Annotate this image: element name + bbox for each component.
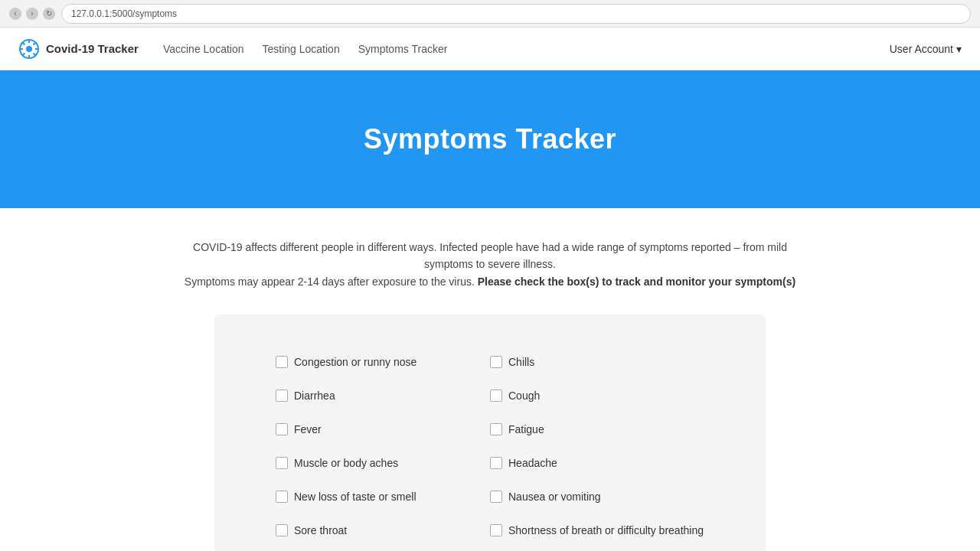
checkbox-muscle-aches[interactable] [276,457,288,469]
checkbox-diarrhea[interactable] [276,390,288,402]
navbar-right: User Account ▾ [890,43,962,55]
reload-button[interactable]: ↻ [43,8,55,20]
list-item: Headache [490,446,704,480]
symptom-label-cough: Cough [508,390,540,402]
list-item: Muscle or body aches [276,446,490,480]
checkbox-congestion[interactable] [276,356,288,368]
description-line2-bold: Please check the box(s) to track and mon… [478,276,795,288]
nav-testing-location[interactable]: Testing Location [263,43,340,55]
checkbox-shortness-breath[interactable] [490,524,502,536]
list-item: Fatigue [490,412,704,446]
user-account-menu[interactable]: User Account ▾ [890,43,962,55]
navbar: Covid-19 Tracker Vaccine Location Testin… [0,28,980,70]
symptoms-grid: Congestion or runny nose Diarrhea Fever … [276,345,704,547]
checkbox-cough[interactable] [490,390,502,402]
symptom-label-muscle-aches: Muscle or body aches [294,457,398,469]
brand-label: Covid-19 Tracker [46,42,139,55]
svg-point-1 [26,46,32,52]
list-item: Fever [276,412,490,446]
symptom-label-diarrhea: Diarrhea [294,390,335,402]
symptom-label-fatigue: Fatigue [508,423,544,435]
browser-bar: ‹ › ↻ 127.0.0.1:5000/symptoms [0,0,980,28]
checkbox-taste-smell[interactable] [276,491,288,503]
symptoms-card: Congestion or runny nose Diarrhea Fever … [214,315,766,551]
back-button[interactable]: ‹ [9,8,21,20]
symptom-label-chills: Chills [508,356,534,368]
main-content: COVID-19 affects different people in dif… [0,208,980,551]
dropdown-arrow-icon: ▾ [956,43,962,55]
list-item: New loss of taste or smell [276,480,490,514]
description-text: COVID-19 affects different people in dif… [176,239,804,290]
list-item: Congestion or runny nose [276,345,490,379]
forward-button[interactable]: › [26,8,38,20]
symptom-label-headache: Headache [508,457,557,469]
address-bar[interactable]: 127.0.0.1:5000/symptoms [61,4,971,24]
navbar-left: Covid-19 Tracker Vaccine Location Testin… [18,38,447,60]
symptom-label-nausea: Nausea or vomiting [508,491,601,503]
checkbox-chills[interactable] [490,356,502,368]
description-line2-prefix: Symptoms may appear 2-14 days after expo… [185,276,475,288]
symptom-label-taste-smell: New loss of taste or smell [294,491,416,503]
symptom-label-sore-throat: Sore throat [294,524,347,536]
symptom-label-shortness-breath: Shortness of breath or difficulty breath… [508,524,704,536]
nav-links: Vaccine Location Testing Location Sympto… [163,43,447,55]
checkbox-headache[interactable] [490,457,502,469]
hero-title: Symptoms Tracker [364,123,616,155]
symptom-label-fever: Fever [294,423,322,435]
checkbox-nausea[interactable] [490,491,502,503]
checkbox-sore-throat[interactable] [276,524,288,536]
nav-vaccine-location[interactable]: Vaccine Location [163,43,244,55]
browser-controls: ‹ › ↻ [9,8,55,20]
list-item: Cough [490,379,704,412]
list-item: Chills [490,345,704,379]
checkbox-fever[interactable] [276,423,288,435]
symptoms-right-column: Chills Cough Fatigue Headache Nausea or … [490,345,704,547]
list-item: Shortness of breath or difficulty breath… [490,514,704,547]
description-line1: COVID-19 affects different people in dif… [193,241,787,270]
brand[interactable]: Covid-19 Tracker [18,38,139,60]
user-account-label: User Account [890,43,953,55]
checkbox-fatigue[interactable] [490,423,502,435]
hero-section: Symptoms Tracker [0,70,980,208]
brand-icon [18,38,40,60]
list-item: Sore throat [276,514,490,547]
url-text: 127.0.0.1:5000/symptoms [71,8,177,19]
symptom-label-congestion: Congestion or runny nose [294,356,416,368]
list-item: Nausea or vomiting [490,480,704,514]
nav-symptoms-tracker[interactable]: Symptoms Tracker [358,43,448,55]
symptoms-left-column: Congestion or runny nose Diarrhea Fever … [276,345,490,547]
list-item: Diarrhea [276,379,490,412]
